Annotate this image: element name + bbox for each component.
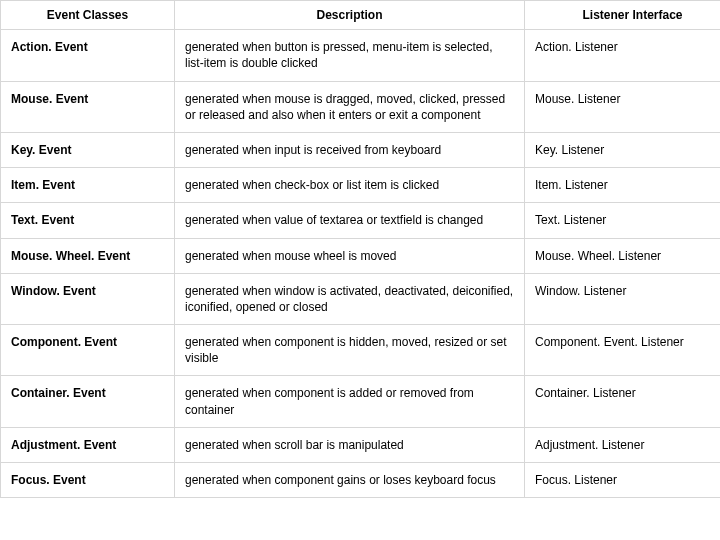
events-table: Event Classes Description Listener Inter… (0, 0, 720, 498)
cell-desc: generated when mouse is dragged, moved, … (175, 81, 525, 132)
table-body: Action. Event generated when button is p… (1, 30, 721, 498)
cell-desc: generated when component gains or loses … (175, 463, 525, 498)
table-row: Mouse. Wheel. Event generated when mouse… (1, 238, 721, 273)
cell-event: Container. Event (1, 376, 175, 427)
table-row: Item. Event generated when check-box or … (1, 168, 721, 203)
table-row: Action. Event generated when button is p… (1, 30, 721, 81)
header-event-classes: Event Classes (1, 1, 175, 30)
table-header-row: Event Classes Description Listener Inter… (1, 1, 721, 30)
cell-desc: generated when mouse wheel is moved (175, 238, 525, 273)
cell-listener: Container. Listener (525, 376, 721, 427)
cell-event: Item. Event (1, 168, 175, 203)
cell-desc: generated when scroll bar is manipulated (175, 427, 525, 462)
cell-event: Adjustment. Event (1, 427, 175, 462)
cell-desc: generated when check-box or list item is… (175, 168, 525, 203)
table-row: Mouse. Event generated when mouse is dra… (1, 81, 721, 132)
cell-event: Mouse. Wheel. Event (1, 238, 175, 273)
cell-desc: generated when value of textarea or text… (175, 203, 525, 238)
table-row: Text. Event generated when value of text… (1, 203, 721, 238)
cell-listener: Component. Event. Listener (525, 325, 721, 376)
cell-listener: Action. Listener (525, 30, 721, 81)
cell-desc: generated when component is hidden, move… (175, 325, 525, 376)
header-description: Description (175, 1, 525, 30)
cell-event: Action. Event (1, 30, 175, 81)
header-listener-interface: Listener Interface (525, 1, 721, 30)
cell-listener: Text. Listener (525, 203, 721, 238)
cell-listener: Window. Listener (525, 273, 721, 324)
cell-listener: Key. Listener (525, 132, 721, 167)
cell-listener: Focus. Listener (525, 463, 721, 498)
cell-desc: generated when component is added or rem… (175, 376, 525, 427)
cell-desc: generated when button is pressed, menu-i… (175, 30, 525, 81)
cell-event: Window. Event (1, 273, 175, 324)
cell-desc: generated when input is received from ke… (175, 132, 525, 167)
cell-event: Mouse. Event (1, 81, 175, 132)
cell-event: Focus. Event (1, 463, 175, 498)
cell-listener: Item. Listener (525, 168, 721, 203)
table-row: Key. Event generated when input is recei… (1, 132, 721, 167)
cell-desc: generated when window is activated, deac… (175, 273, 525, 324)
table-row: Adjustment. Event generated when scroll … (1, 427, 721, 462)
cell-event: Key. Event (1, 132, 175, 167)
table-row: Focus. Event generated when component ga… (1, 463, 721, 498)
table-row: Container. Event generated when componen… (1, 376, 721, 427)
cell-listener: Mouse. Listener (525, 81, 721, 132)
cell-event: Component. Event (1, 325, 175, 376)
cell-listener: Adjustment. Listener (525, 427, 721, 462)
cell-listener: Mouse. Wheel. Listener (525, 238, 721, 273)
table-row: Component. Event generated when componen… (1, 325, 721, 376)
table-row: Window. Event generated when window is a… (1, 273, 721, 324)
cell-event: Text. Event (1, 203, 175, 238)
